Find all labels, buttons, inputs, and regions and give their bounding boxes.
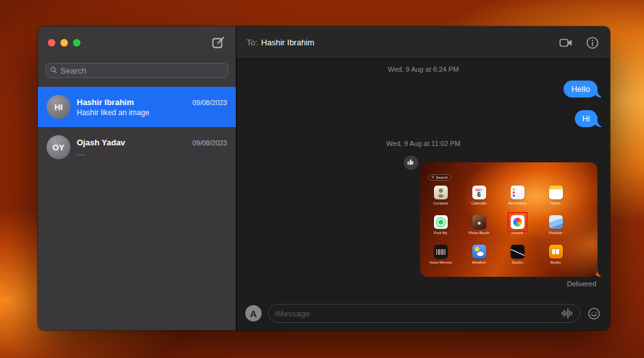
zoom-button[interactable] — [73, 39, 80, 47]
app-findmy: Find My — [421, 215, 460, 235]
conversation-list[interactable]: HI Hashir Ibrahim 09/08/2023 Hashir like… — [38, 87, 236, 167]
image-attachment-launchpad-screenshot[interactable]: Search Contacts MAY 6 Calendar — [420, 162, 597, 277]
conversation-name: Ojash Yadav — [77, 138, 125, 147]
sent-message: Hi — [575, 110, 597, 127]
chat-pane: To:Hashir Ibrahim — [236, 26, 610, 330]
compose-new-message-button[interactable] — [211, 35, 226, 50]
launchpad-app-grid: Contacts MAY 6 Calendar Reminders — [421, 186, 575, 274]
books-icon — [549, 245, 563, 259]
delivery-status: Delivered — [567, 280, 596, 288]
audio-waveform-icon — [561, 311, 574, 321]
message-bubble: Hello — [564, 81, 597, 98]
message-transcript[interactable]: Wed, 9 Aug at 6:24 PM Hello Hi Wed, 9 Au… — [236, 59, 610, 296]
app-stocks: Stocks — [498, 245, 536, 264]
avatar: HI — [47, 95, 70, 119]
minimize-button[interactable] — [60, 39, 68, 47]
video-call-button[interactable] — [558, 35, 574, 50]
app-photos: Photos — [498, 215, 536, 235]
message-composer: A — [236, 296, 610, 330]
app-notes: Notes — [536, 186, 575, 205]
messages-window: HI Hashir Ibrahim 09/08/2023 Hashir like… — [38, 26, 610, 330]
app-contacts: Contacts — [421, 186, 460, 205]
notes-icon — [549, 186, 563, 199]
conversation-preview: .... — [77, 148, 227, 157]
compose-icon — [211, 43, 226, 52]
video-camera-icon — [558, 43, 574, 52]
app-reminders: Reminders — [498, 186, 536, 205]
chat-header: To:Hashir Ibrahim — [236, 26, 610, 59]
red-annotation-box — [508, 212, 528, 232]
launchpad-search-pill: Search — [428, 174, 451, 181]
message-bubble: Hi — [575, 110, 597, 127]
timestamp: Wed, 9 Aug at 11:02 PM — [386, 140, 460, 147]
conversation-date: 09/08/2023 — [192, 99, 227, 106]
conversation-date: 09/08/2023 — [192, 139, 227, 147]
conversation-item-hashir[interactable]: HI Hashir Ibrahim 09/08/2023 Hashir like… — [38, 87, 236, 127]
app-books: Books — [536, 245, 575, 264]
app-calendar: MAY 6 Calendar — [460, 186, 498, 205]
app-store-icon: A — [250, 308, 257, 319]
emoji-smiley-icon — [587, 313, 601, 323]
timestamp: Wed, 9 Aug at 6:24 PM — [388, 65, 459, 73]
contacts-icon — [434, 186, 448, 199]
recipient-field[interactable]: To:Hashir Ibrahim — [247, 38, 547, 47]
reminders-icon — [511, 186, 525, 199]
conversation-item-ojash[interactable]: OY Ojash Yadav 09/08/2023 .... — [38, 127, 236, 167]
to-label: To: — [247, 38, 257, 47]
search-input[interactable] — [60, 66, 224, 76]
photobooth-icon — [472, 215, 486, 229]
findmy-icon — [434, 215, 448, 229]
conversation-name: Hashir Ibrahim — [77, 98, 134, 107]
details-button[interactable] — [585, 35, 600, 50]
conversation-preview: Hashir liked an image — [77, 108, 227, 117]
conversation-sidebar: HI Hashir Ibrahim 09/08/2023 Hashir like… — [38, 26, 236, 330]
avatar: OY — [47, 135, 70, 159]
weather-icon — [472, 245, 486, 259]
close-button[interactable] — [48, 39, 55, 47]
recipient-name: Hashir Ibrahim — [261, 38, 314, 47]
app-photobooth: Photo Booth — [460, 215, 498, 235]
search-field[interactable] — [45, 63, 228, 78]
app-preview: Preview — [536, 215, 575, 235]
sent-image-message[interactable]: Search Contacts MAY 6 Calendar — [420, 162, 597, 277]
sidebar-header — [38, 26, 236, 59]
app-voicememos: Voice Memos — [421, 245, 460, 264]
thumbs-up-icon — [407, 157, 415, 169]
search-icon — [50, 65, 57, 76]
sent-message: Hello — [564, 81, 597, 98]
tapback-badge[interactable] — [402, 154, 419, 171]
emoji-picker-button[interactable] — [587, 306, 601, 321]
message-input-field[interactable] — [268, 304, 580, 323]
magnifier-icon — [431, 176, 435, 179]
window-controls — [48, 39, 80, 47]
calendar-icon: MAY 6 — [472, 186, 486, 199]
stocks-icon — [511, 245, 525, 259]
preview-icon — [549, 215, 563, 229]
launchpad-search-label: Search — [436, 176, 448, 179]
imessage-input[interactable] — [275, 309, 556, 318]
imessage-apps-button[interactable]: A — [245, 305, 262, 322]
app-weather: Weather — [460, 245, 498, 264]
info-icon — [585, 43, 600, 52]
voicememos-icon — [434, 245, 448, 259]
audio-message-button[interactable] — [561, 308, 574, 319]
